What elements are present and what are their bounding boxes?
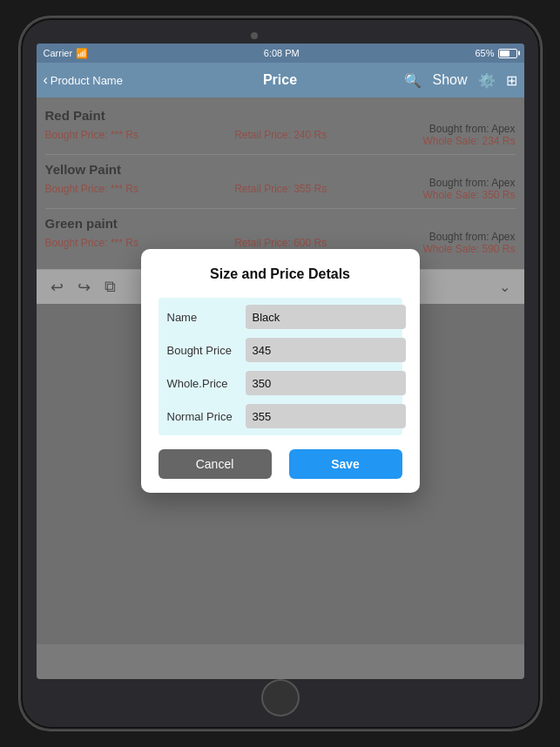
whole-price-input[interactable] bbox=[246, 371, 406, 395]
dialog-buttons: Cancel Save bbox=[159, 449, 402, 479]
front-camera bbox=[251, 32, 258, 39]
status-right: 65% bbox=[475, 48, 516, 58]
home-button[interactable] bbox=[261, 679, 300, 717]
ipad-frame: Carrier 📶 6:08 PM 65% ‹ Product Name Pri… bbox=[19, 17, 542, 730]
back-label: Product Name bbox=[51, 74, 123, 87]
battery-percent-label: 65% bbox=[475, 48, 494, 58]
grid-icon[interactable]: ⊞ bbox=[506, 72, 517, 89]
status-time: 6:08 PM bbox=[264, 48, 300, 58]
modal-overlay: Size and Price Detals Name Bought Price … bbox=[37, 98, 524, 644]
name-label: Name bbox=[167, 311, 246, 324]
back-button[interactable]: ‹ Product Name bbox=[44, 72, 123, 88]
nav-title: Price bbox=[263, 72, 297, 88]
name-input[interactable] bbox=[246, 305, 406, 329]
status-left: Carrier 📶 bbox=[44, 48, 89, 59]
status-bar: Carrier 📶 6:08 PM 65% bbox=[37, 44, 524, 63]
nav-actions: 🔍 Show ⚙️ ⊞ bbox=[404, 72, 516, 89]
form-row-name: Name bbox=[167, 305, 394, 329]
dialog-title: Size and Price Detals bbox=[159, 266, 402, 282]
show-label[interactable]: Show bbox=[432, 72, 467, 88]
settings-icon[interactable]: ⚙️ bbox=[478, 72, 496, 89]
whole-price-label: Whole.Price bbox=[167, 377, 246, 390]
dialog: Size and Price Detals Name Bought Price … bbox=[141, 249, 420, 493]
normal-price-label: Normal Price bbox=[167, 410, 246, 423]
wifi-icon: 📶 bbox=[76, 48, 88, 59]
form-row-normal: Normal Price bbox=[167, 404, 394, 428]
top-area bbox=[251, 27, 310, 44]
bought-price-input[interactable] bbox=[246, 338, 406, 362]
nav-bar: ‹ Product Name Price 🔍 Show ⚙️ ⊞ bbox=[37, 63, 524, 98]
back-chevron-icon: ‹ bbox=[44, 72, 48, 88]
carrier-label: Carrier bbox=[44, 48, 73, 58]
cancel-button[interactable]: Cancel bbox=[159, 449, 272, 479]
battery-fill bbox=[500, 50, 510, 57]
search-icon[interactable]: 🔍 bbox=[404, 72, 422, 89]
ipad-screen: Carrier 📶 6:08 PM 65% ‹ Product Name Pri… bbox=[37, 44, 524, 679]
bought-price-label: Bought Price bbox=[167, 344, 246, 357]
battery-icon bbox=[498, 49, 517, 58]
normal-price-input[interactable] bbox=[246, 404, 406, 428]
form-row-bought: Bought Price bbox=[167, 338, 394, 362]
dialog-body: Name Bought Price Whole.Price Normal Pri… bbox=[159, 298, 402, 435]
form-row-whole: Whole.Price bbox=[167, 371, 394, 395]
save-button[interactable]: Save bbox=[289, 449, 402, 479]
